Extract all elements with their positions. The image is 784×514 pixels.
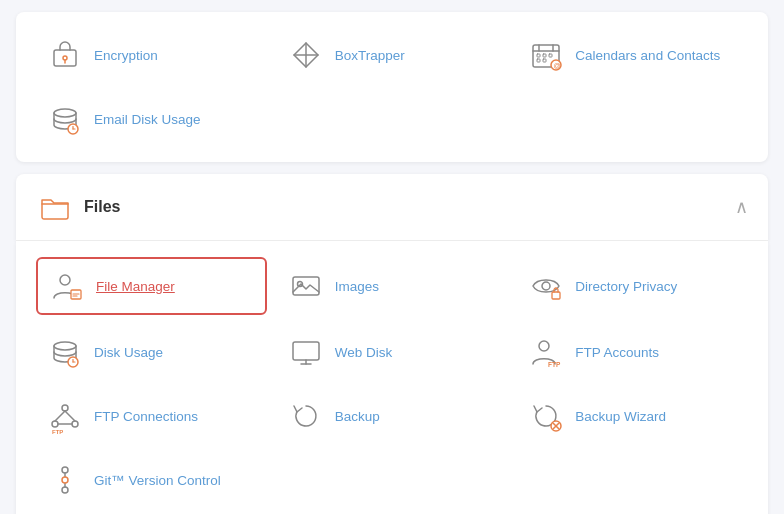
svg-point-35 <box>539 341 549 351</box>
svg-text:FTP: FTP <box>548 361 561 368</box>
git-version-control-item[interactable]: Git™ Version Control <box>36 453 267 507</box>
svg-point-47 <box>62 467 68 473</box>
disk-usage-item[interactable]: Disk Usage <box>36 325 267 379</box>
svg-point-26 <box>542 282 550 290</box>
disk-usage-icon <box>46 333 84 371</box>
web-disk-label: Web Disk <box>335 345 393 360</box>
svg-text:@: @ <box>554 62 561 69</box>
files-section-title: Files <box>84 198 120 216</box>
encryption-item[interactable]: Encryption <box>36 28 267 82</box>
backup-icon <box>287 397 325 435</box>
web-disk-icon <box>287 333 325 371</box>
svg-point-50 <box>62 477 68 483</box>
git-version-control-icon <box>46 461 84 499</box>
files-header-left: Files <box>36 188 120 226</box>
ftp-connections-label: FTP Connections <box>94 409 198 424</box>
web-disk-item[interactable]: Web Disk <box>277 325 508 379</box>
svg-rect-32 <box>293 342 319 360</box>
files-folder-icon <box>36 188 74 226</box>
images-item[interactable]: Images <box>277 257 508 315</box>
disk-usage-label: Disk Usage <box>94 345 163 360</box>
ftp-accounts-icon: FTP <box>527 333 565 371</box>
boxtrapper-icon <box>287 36 325 74</box>
files-items-grid: File Manager Images <box>36 257 748 507</box>
files-section-body: File Manager Images <box>16 241 768 514</box>
email-items-grid: Encryption BoxTrapper <box>36 28 748 146</box>
file-manager-item[interactable]: File Manager <box>36 257 267 315</box>
svg-rect-9 <box>537 54 540 57</box>
calendars-icon: @ <box>527 36 565 74</box>
svg-rect-13 <box>543 59 546 62</box>
svg-point-16 <box>54 109 76 117</box>
svg-point-37 <box>62 405 68 411</box>
directory-privacy-icon <box>527 267 565 305</box>
encryption-icon <box>46 36 84 74</box>
files-section: Files ∧ File Manager <box>0 174 784 514</box>
svg-point-39 <box>72 421 78 427</box>
file-manager-icon <box>48 267 86 305</box>
backup-wizard-icon <box>527 397 565 435</box>
encryption-label: Encryption <box>94 48 158 63</box>
svg-point-38 <box>52 421 58 427</box>
svg-text:FTP: FTP <box>52 429 63 434</box>
email-disk-usage-icon <box>46 100 84 138</box>
svg-rect-27 <box>552 292 560 299</box>
backup-item[interactable]: Backup <box>277 389 508 443</box>
boxtrapper-label: BoxTrapper <box>335 48 405 63</box>
directory-privacy-label: Directory Privacy <box>575 279 677 294</box>
ftp-accounts-label: FTP Accounts <box>575 345 659 360</box>
files-chevron[interactable]: ∧ <box>735 196 748 218</box>
file-manager-label: File Manager <box>96 279 175 294</box>
svg-point-20 <box>60 275 70 285</box>
calendars-label: Calendars and Contacts <box>575 48 720 63</box>
files-section-header: Files ∧ <box>16 174 768 241</box>
images-label: Images <box>335 279 379 294</box>
svg-rect-24 <box>293 277 319 295</box>
email-disk-usage-label: Email Disk Usage <box>94 112 201 127</box>
images-icon <box>287 267 325 305</box>
backup-wizard-item[interactable]: Backup Wizard <box>517 389 748 443</box>
backup-wizard-label: Backup Wizard <box>575 409 666 424</box>
directory-privacy-item[interactable]: Directory Privacy <box>517 257 748 315</box>
svg-line-40 <box>55 411 65 421</box>
backup-label: Backup <box>335 409 380 424</box>
ftp-connections-icon: FTP <box>46 397 84 435</box>
boxtrapper-item[interactable]: BoxTrapper <box>277 28 508 82</box>
email-section-card: Encryption BoxTrapper <box>16 12 768 162</box>
svg-line-41 <box>65 411 75 421</box>
calendars-item[interactable]: @ Calendars and Contacts <box>517 28 748 82</box>
email-disk-usage-item[interactable]: Email Disk Usage <box>36 92 267 146</box>
ftp-connections-item[interactable]: FTP FTP Connections <box>36 389 267 443</box>
svg-rect-10 <box>543 54 546 57</box>
svg-rect-11 <box>549 54 552 57</box>
svg-point-48 <box>62 487 68 493</box>
ftp-accounts-item[interactable]: FTP FTP Accounts <box>517 325 748 379</box>
svg-rect-12 <box>537 59 540 62</box>
git-version-control-label: Git™ Version Control <box>94 473 221 488</box>
svg-point-28 <box>54 342 76 350</box>
